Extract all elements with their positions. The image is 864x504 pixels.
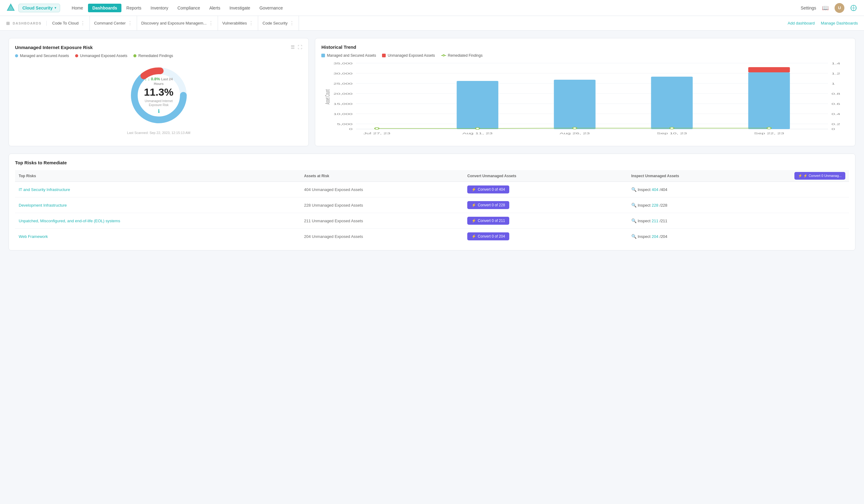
svg-text:1.2: 1.2	[831, 72, 840, 75]
th-assets-at-risk: Assets at Risk	[300, 170, 464, 182]
svg-text:Sep 10, 23: Sep 10, 23	[657, 132, 687, 135]
expand-icon[interactable]: ⛶	[298, 45, 302, 50]
hist-line-green	[441, 55, 446, 56]
svg-text:10,000: 10,000	[334, 112, 353, 116]
settings-link[interactable]: Settings	[801, 5, 816, 10]
svg-text:30,000: 30,000	[334, 72, 353, 75]
svg-text:0: 0	[831, 128, 835, 131]
dash-tab-command-center[interactable]: Command Center ⋮	[90, 16, 137, 31]
exposure-legend: Managed and Secured Assets Unmanaged Exp…	[15, 53, 302, 58]
convert-btn-2[interactable]: ⚡Convert 0 of 211	[467, 217, 509, 225]
table-row: IT and Security Infrastructure 404 Unman…	[15, 182, 849, 197]
exposure-risk-card: Unmanaged Internet Exposure Risk ☰ ⛶ Man…	[9, 38, 309, 146]
book-icon[interactable]: 📖	[821, 4, 830, 12]
nav-item-home[interactable]: Home	[68, 4, 87, 12]
svg-text:25,000: 25,000	[334, 82, 353, 85]
card-icons: ☰ ⛶	[291, 45, 302, 50]
chart-area: 35,000 30,000 25,000 20,000 15,000 10,00…	[321, 60, 849, 140]
top-nav: Cloud Security ▾ Home Dashboards Reports…	[0, 0, 864, 16]
dash-tab-discovery[interactable]: Discovery and Exposure Managem... ⋮	[137, 16, 218, 31]
app-switcher-icon[interactable]	[849, 4, 858, 12]
assets-at-risk-0: 404 Unmanaged Exposed Assets	[304, 187, 363, 192]
donut-center-content: ↓ ↓ 0.8% Last 24 Hours 11.3% Unmanaged I…	[141, 77, 177, 114]
legend-item-managed: Managed and Secured Assets	[15, 53, 69, 58]
svg-text:15,000: 15,000	[334, 103, 353, 106]
table-row: Web Framework 204 Unmanaged Exposed Asse…	[15, 229, 849, 244]
info-icon[interactable]: ℹ	[141, 108, 177, 114]
bolt-icon-3: ⚡	[471, 234, 476, 239]
more-options-icon-5[interactable]: ⋮	[289, 20, 294, 26]
nav-item-inventory[interactable]: Inventory	[146, 4, 172, 12]
bar-sep22-red	[748, 67, 790, 72]
bolt-icon-2: ⚡	[471, 219, 476, 223]
svg-text:0.4: 0.4	[831, 112, 840, 116]
legend-item-unmanaged: Unmanaged Exposed Assets	[75, 53, 127, 58]
risks-table: Top Risks Assets at Risk Convert Unmanag…	[15, 170, 849, 244]
brand-button[interactable]: Cloud Security ▾	[19, 4, 60, 12]
down-arrow-icon: ↓	[145, 77, 147, 81]
svg-text:5,000: 5,000	[337, 123, 352, 126]
inspect-link-3[interactable]: 🔍 Inspect 204/204	[631, 234, 845, 239]
nav-item-reports[interactable]: Reports	[122, 4, 146, 12]
dashboard-bar: ⊞ DASHBOARDS Code To Cloud ⋮ Command Cen…	[0, 16, 864, 31]
more-options-icon-3[interactable]: ⋮	[208, 20, 213, 26]
th-convert-unmanaged: Convert Unmanaged Assets	[464, 170, 627, 182]
convert-btn-3[interactable]: ⚡Convert 0 of 204	[467, 232, 509, 240]
th-header-btn: ⚡ ⚡ Convert 0 Unmanag...	[791, 170, 849, 182]
dash-actions: Add dashboard Manage Dashboards	[788, 21, 858, 25]
inspect-link-2[interactable]: 🔍 Inspect 211/211	[631, 218, 845, 223]
hist-legend-managed: Managed and Secured Assets	[321, 53, 376, 58]
grid-icon: ⊞	[6, 21, 10, 26]
user-avatar[interactable]: U	[835, 3, 844, 13]
assets-at-risk-2: 211 Unmanaged Exposed Assets	[304, 219, 363, 223]
donut-wrapper: ↓ ↓ 0.8% Last 24 Hours 11.3% Unmanaged I…	[125, 62, 193, 129]
list-icon[interactable]: ☰	[291, 45, 295, 50]
bar-chart-svg: 35,000 30,000 25,000 20,000 15,000 10,00…	[321, 60, 849, 140]
donut-percentage: 11.3%	[141, 86, 177, 98]
main-content: Unmanaged Internet Exposure Risk ☰ ⛶ Man…	[0, 31, 864, 504]
risk-link-2[interactable]: Unpatched, Misconfigured, and end-of-lif…	[19, 219, 120, 223]
historical-header: Historical Trend	[321, 45, 849, 50]
app-logo[interactable]	[6, 3, 15, 13]
nav-item-alerts[interactable]: Alerts	[205, 4, 225, 12]
risk-link-3[interactable]: Web Framework	[19, 234, 48, 239]
nav-item-governance[interactable]: Governance	[255, 4, 287, 12]
nav-item-dashboards[interactable]: Dashboards	[88, 4, 121, 12]
manage-dashboards-link[interactable]: Manage Dashboards	[821, 21, 858, 25]
risk-link-0[interactable]: IT and Security Infrastructure	[19, 187, 70, 192]
historical-trend-card: Historical Trend Managed and Secured Ass…	[315, 38, 855, 146]
inspect-link-0[interactable]: 🔍 Inspect 404/404	[631, 187, 845, 192]
inspect-link-1[interactable]: 🔍 Inspect 228/228	[631, 203, 845, 207]
nav-item-investigate[interactable]: Investigate	[225, 4, 254, 12]
dash-tab-code-to-cloud[interactable]: Code To Cloud ⋮	[48, 16, 90, 31]
svg-text:Asset Count: Asset Count	[324, 89, 331, 104]
bar-sep10-blue	[651, 77, 693, 129]
add-dashboard-link[interactable]: Add dashboard	[788, 21, 815, 25]
assets-at-risk-3: 204 Unmanaged Exposed Assets	[304, 234, 363, 239]
convert-btn-1[interactable]: ⚡Convert 0 of 228	[467, 201, 509, 209]
convert-all-button[interactable]: ⚡ ⚡ Convert 0 Unmanag...	[794, 172, 845, 180]
convert-btn-0[interactable]: ⚡Convert 0 of 404	[467, 185, 509, 193]
svg-text:Jul 27, 23: Jul 27, 23	[363, 132, 391, 135]
search-icon-0: 🔍	[631, 187, 636, 192]
bar-sep22-blue	[748, 72, 790, 129]
donut-change: ↓ ↓ 0.8% Last 24 Hours	[141, 77, 177, 86]
donut-container: ↓ ↓ 0.8% Last 24 Hours 11.3% Unmanaged I…	[15, 62, 302, 129]
svg-text:0: 0	[349, 128, 353, 131]
legend-dot-blue	[15, 54, 18, 57]
risk-link-1[interactable]: Development Infrastructure	[19, 203, 67, 207]
nav-item-compliance[interactable]: Compliance	[173, 4, 204, 12]
dash-tab-vulnerabilities[interactable]: Vulnerabilities ⋮	[218, 16, 258, 31]
svg-text:20,000: 20,000	[334, 92, 353, 95]
more-options-icon-2[interactable]: ⋮	[128, 20, 132, 26]
dashboards-label: ⊞ DASHBOARDS	[6, 21, 47, 26]
exposure-card-header: Unmanaged Internet Exposure Risk ☰ ⛶	[15, 45, 302, 50]
more-options-icon-4[interactable]: ⋮	[249, 20, 254, 26]
more-options-icon[interactable]: ⋮	[80, 20, 85, 26]
svg-text:Sep 22, 23: Sep 22, 23	[754, 132, 784, 135]
dash-tab-code-security[interactable]: Code Security ⋮	[258, 16, 299, 31]
nav-items: Home Dashboards Reports Inventory Compli…	[68, 4, 801, 12]
tab-label-code-to-cloud: Code To Cloud	[52, 21, 79, 25]
svg-text:0.2: 0.2	[831, 123, 840, 126]
tab-label-code-security: Code Security	[262, 21, 288, 25]
